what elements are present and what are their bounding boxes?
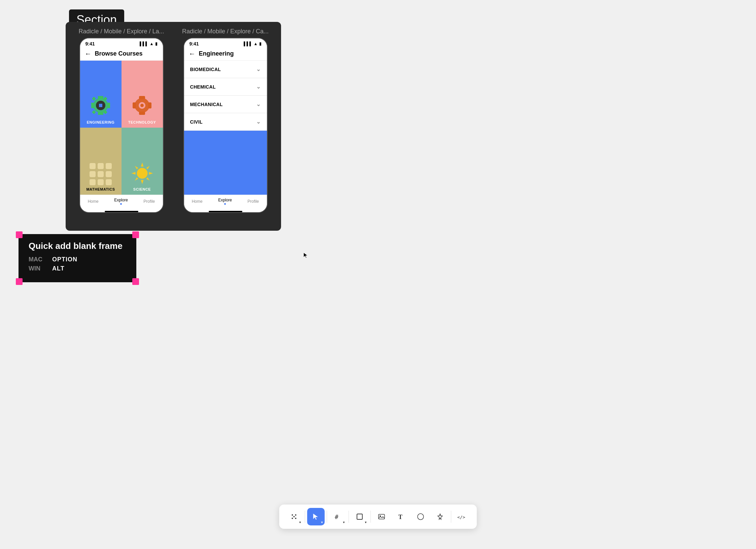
svg-point-32 (292, 518, 293, 519)
text-icon: T (398, 513, 405, 520)
tooltip-mac-platform: MAC (29, 256, 45, 263)
pen-tool-button[interactable] (432, 508, 449, 525)
svg-marker-24 (131, 172, 135, 175)
code-icon: </> (457, 513, 467, 520)
tooltip-mac-key: OPTION (52, 256, 77, 263)
wifi-icon: ▲ (150, 41, 154, 46)
eng-item-chemical[interactable]: CHEMICAL ⌄ (184, 78, 267, 96)
back-arrow-icon-2[interactable]: ← (189, 50, 196, 58)
profile-label: Profile (143, 199, 155, 204)
phone2-status-bar: 9:41 ▌▌▌ ▲ ▮ (184, 38, 267, 48)
explore-label-2: Explore (218, 198, 232, 202)
corner-handle-bl[interactable] (16, 278, 23, 285)
image-icon (378, 513, 385, 520)
courses-grid: ENGINEERING (80, 61, 163, 195)
text-tool-button[interactable]: T (392, 508, 410, 525)
image-tool-button[interactable] (373, 508, 390, 525)
svg-point-11 (140, 104, 144, 107)
explore-label: Explore (114, 198, 128, 202)
nav-explore-1[interactable]: Explore (114, 198, 128, 205)
phone2-bottom-nav: Home Explore Profile (184, 195, 267, 209)
battery-icon-2: ▮ (259, 41, 262, 46)
svg-rect-13 (98, 163, 104, 169)
nav-home-2[interactable]: Home (192, 199, 203, 204)
svg-rect-37 (379, 514, 385, 519)
shape-icon (356, 513, 364, 520)
home-indicator-2 (209, 211, 242, 212)
phone2-title: Engineering (199, 50, 234, 57)
svg-point-30 (292, 514, 293, 516)
svg-marker-26 (135, 166, 138, 169)
chemical-label: CHEMICAL (190, 84, 216, 90)
tooltip-win-row: WIN ALT (29, 265, 126, 272)
biomedical-label: BIOMEDICAL (190, 67, 221, 72)
select-icon (290, 513, 298, 520)
svg-rect-9 (139, 111, 145, 115)
civil-label: CIVIL (190, 119, 203, 125)
corner-handle-tr[interactable] (132, 231, 139, 238)
signal-icon-2: ▌▌▌ (244, 41, 252, 46)
wifi-icon-2: ▲ (254, 41, 258, 46)
tile-mathematics[interactable]: MATHEMATICS (80, 128, 122, 195)
tooltip-win-key: ALT (52, 265, 65, 272)
phone1-breadcrumb: Radicle / Mobile / Explore / La... (72, 28, 171, 35)
phone2-breadcrumb: Radicle / Mobile / Explore / Ca... (176, 28, 275, 35)
pen-icon (437, 513, 444, 520)
svg-rect-15 (90, 171, 96, 177)
nav-home-1[interactable]: Home (88, 199, 99, 204)
comment-icon (417, 513, 424, 520)
tile-engineering-label: ENGINEERING (87, 120, 115, 124)
gear-green-icon (87, 92, 114, 119)
svg-text:</>: </> (457, 515, 466, 520)
comment-tool-button[interactable] (412, 508, 429, 525)
phone1-bottom-nav: Home Explore Profile (80, 195, 163, 209)
engineering-list: BIOMEDICAL ⌄ CHEMICAL ⌄ MECHANICAL ⌄ CIV… (184, 61, 267, 195)
chevron-biomedical-icon: ⌄ (256, 66, 261, 72)
svg-text:#: # (335, 513, 339, 520)
pointer-icon (312, 513, 320, 520)
battery-icon: ▮ (155, 41, 158, 46)
svg-marker-28 (135, 177, 138, 181)
tile-science[interactable]: SCIENCE (122, 128, 163, 195)
toolbar-sep-4 (371, 511, 371, 523)
svg-point-21 (137, 168, 147, 179)
phone1-title: Browse Courses (95, 50, 143, 57)
corner-handle-br[interactable] (132, 278, 139, 285)
code-tool-button[interactable]: </> (453, 508, 471, 525)
gear-orange-icon (129, 92, 156, 119)
svg-rect-36 (357, 514, 363, 519)
nav-profile-1[interactable]: Profile (143, 199, 155, 204)
nav-explore-2[interactable]: Explore (218, 198, 232, 205)
svg-point-34 (294, 516, 295, 517)
cursor (303, 252, 310, 259)
svg-rect-16 (98, 171, 104, 177)
select-tool-button[interactable] (285, 508, 303, 525)
chevron-mechanical-icon: ⌄ (256, 101, 261, 107)
tooltip-mac-row: MAC OPTION (29, 256, 126, 263)
shape-tool-button[interactable] (351, 508, 369, 525)
tile-technology[interactable]: TECHNOLOGY (122, 61, 163, 128)
eng-item-civil[interactable]: CIVIL ⌄ (184, 113, 267, 131)
back-arrow-icon[interactable]: ← (85, 50, 92, 58)
frame-tool-button[interactable]: # (329, 508, 347, 525)
svg-marker-22 (141, 163, 143, 167)
phone2-wrapper: Radicle / Mobile / Explore / Ca... 9:41 … (176, 28, 275, 225)
corner-handle-tl[interactable] (16, 231, 23, 238)
phone1-header: ← Browse Courses (80, 48, 163, 61)
svg-rect-7 (148, 102, 151, 108)
svg-rect-20 (106, 179, 112, 185)
phone2-status-icons: ▌▌▌ ▲ ▮ (244, 41, 261, 46)
phone1-frame: 9:41 ▌▌▌ ▲ ▮ ← Browse Courses (79, 38, 164, 213)
eng-item-mechanical[interactable]: MECHANICAL ⌄ (184, 96, 267, 113)
svg-rect-8 (139, 96, 145, 99)
nav-profile-2[interactable]: Profile (247, 199, 259, 204)
svg-rect-4 (99, 104, 102, 107)
frame-icon: # (334, 513, 342, 520)
eng-item-biomedical[interactable]: BIOMEDICAL ⌄ (184, 61, 267, 78)
tile-engineering[interactable]: ENGINEERING (80, 61, 122, 128)
pointer-tool-button[interactable] (307, 508, 325, 525)
phone2-header: ← Engineering (184, 48, 267, 61)
canvas-area: Radicle / Mobile / Explore / La... 9:41 … (66, 22, 281, 231)
bottom-toolbar: # T </> (279, 505, 477, 529)
phone1-status-icons: ▌▌▌ ▲ ▮ (140, 41, 157, 46)
